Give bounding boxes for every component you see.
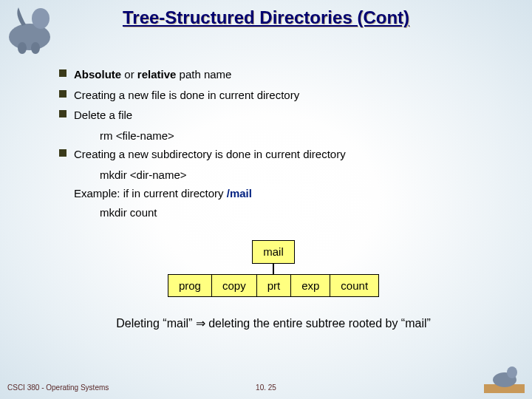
svg-point-6 [507, 366, 517, 378]
closing-text: Deleting “mail” ⇒ deleting the entire su… [59, 313, 488, 333]
text: path name [176, 68, 231, 81]
svg-point-2 [18, 42, 27, 54]
tree-child-box: count [330, 274, 379, 298]
slide-content: Absolute or relative path name Creating … [59, 65, 488, 333]
bullet-item: Delete a file [59, 106, 488, 125]
text: or [121, 68, 137, 81]
command-text: mkdir <dir-name> [100, 166, 488, 185]
path-text: /mail [227, 187, 252, 200]
tree-child-box: prog [168, 274, 211, 298]
tree-child-box: prt [256, 274, 291, 298]
dinosaur-logo-top [0, 0, 59, 55]
tree-connector [273, 264, 274, 274]
svg-point-3 [31, 42, 40, 54]
footer-page-number: 10. 25 [0, 383, 532, 392]
text-bold: Absolute [74, 68, 121, 81]
tree-root-box: mail [252, 240, 295, 264]
tree-child-box: exp [290, 274, 330, 298]
bullet-marker [59, 110, 66, 117]
bullet-item: Absolute or relative path name [59, 65, 488, 84]
svg-point-1 [32, 8, 50, 29]
bullet-marker [59, 90, 66, 98]
text-bold: relative [137, 68, 177, 81]
bullet-item: Creating a new subdirectory is done in c… [59, 145, 488, 164]
directory-tree: mail prog copy prt exp count [59, 240, 488, 297]
bullet-item: Creating a new file is done in current d… [59, 86, 488, 105]
tree-children-row: prog copy prt exp count [168, 274, 379, 298]
bullet-marker [59, 149, 66, 157]
tree-child-box: copy [211, 274, 256, 298]
text: Delete a file [74, 106, 132, 125]
command-text: mkdir count [100, 203, 488, 222]
command-text: rm <file-name> [100, 126, 488, 146]
text: Creating a new file is done in current d… [74, 86, 299, 105]
bullet-marker [59, 69, 66, 77]
example-line: Example: if in current directory /mail [74, 184, 488, 203]
text: Creating a new subdirectory is done in c… [74, 145, 346, 164]
text: Example: if in current directory [74, 187, 227, 200]
slide-title: Tree-Structured Directories (Cont) [0, 0, 532, 28]
